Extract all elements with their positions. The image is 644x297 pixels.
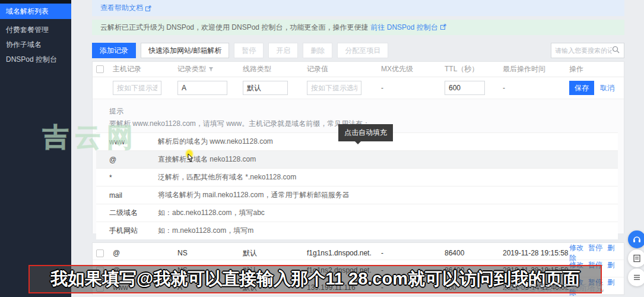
mouse-cursor-icon [186,153,194,166]
mx-value: - [381,84,445,92]
ttl-input[interactable] [445,81,485,95]
col-line: 线路类型 [243,64,307,74]
goto-dnspod-link[interactable]: 前往 DNSPod 控制台 [370,23,437,33]
search-icon[interactable] [612,45,620,56]
notice-text: 云解析已正式升级为 DNSPod，欢迎使用 DNSPod 控制台，功能更全面，操… [100,23,368,33]
enable-button[interactable]: 开启 [268,43,298,58]
sidebar-item-collab-subdomain[interactable]: 协作子域名 [0,37,71,52]
record-search [551,43,624,58]
quick-add-button[interactable]: 快速添加网站/邮箱解析 [141,43,229,58]
host-hints-panel: 提示 要解析 www.neko1128.com，请填写 www。主机记录就是域名… [93,99,624,233]
record-table-card: 主机记录 记录类型 线路类型 记录值 MX优先级 TTL（秒） 最后操作时间 操… [92,61,624,233]
help-banner: 查看帮助文档 [92,0,624,16]
sidebar-item-record-list[interactable]: 域名解析列表 [0,4,71,19]
upgrade-notice-banner: 云解析已正式升级为 DNSPod，欢迎使用 DNSPod 控制台，功能更全面，操… [92,20,624,35]
sidebar: 域名解析列表 付费套餐管理 协作子域名 DNSPod 控制台 [0,0,71,297]
docs-button[interactable] [628,249,644,267]
table-row[interactable]: @ NS 默认 f1g1ns1.dnspod.net. - 86400 2019… [93,243,624,260]
floating-action-buttons [628,230,644,287]
filter-icon[interactable] [208,67,214,72]
dns-console-page: 域名解析列表 付费套餐管理 协作子域名 DNSPod 控制台 查看帮助文档 云解… [0,0,644,297]
hint-row-subdomain[interactable]: 二级域名如：abc.neko1128.com，填写abc [96,204,618,222]
headset-icon [632,235,642,244]
document-icon [633,254,641,263]
record-value-input[interactable] [307,81,361,95]
autofill-tooltip: 点击自动填充 [338,124,393,141]
new-record-edit-row: A 默认 - - 保存取消 [93,77,624,99]
video-subtitle-box: 我如果填写@我就可以直接输入那个11 28.com就可以访问到我的页面 [28,265,602,293]
hint-row-mobile[interactable]: 手机网站如：m.neko1128.com，填写m [96,222,618,239]
col-ops: 操作 [569,64,624,74]
col-time: 最后操作时间 [503,64,569,74]
row-checkbox[interactable] [96,249,104,257]
col-mx: MX优先级 [381,64,445,74]
hint-row-mail[interactable]: mail将域名解析为 mail.neko1128.com，通常用于解析邮箱服务器 [96,186,618,204]
cancel-link[interactable]: 取消 [600,84,614,92]
line-type-select[interactable]: 默认 [243,81,288,95]
pause-link[interactable]: 暂停 [588,244,602,252]
save-button[interactable]: 保存 [569,81,594,95]
edit-link[interactable]: 修改 [569,244,583,252]
help-doc-link[interactable]: 查看帮助文档 [100,3,143,13]
col-value: 记录值 [307,64,381,74]
record-toolbar: 添加记录 快速添加网站/邮箱解析 暂停 开启 删除 分配至项目 [92,43,624,58]
col-ttl: TTL（秒） [445,64,503,74]
col-host: 主机记录 [113,64,177,74]
add-record-button[interactable]: 添加记录 [92,43,136,58]
pause-button[interactable]: 暂停 [234,43,264,58]
hint-row-wildcard[interactable]: *泛解析，匹配其他所有域名 *.neko1128.com [96,168,618,186]
delete-button[interactable]: 删除 [303,43,332,58]
sidebar-item-dnspod-console[interactable]: DNSPod 控制台 [0,52,71,67]
external-link-icon [440,23,446,31]
feedback-list-button[interactable] [628,268,644,286]
customer-service-button[interactable] [628,230,644,248]
record-type-select[interactable]: A [177,81,227,95]
search-input[interactable] [555,47,612,54]
table-header-row: 主机记录 记录类型 线路类型 记录值 MX优先级 TTL（秒） 最后操作时间 操… [93,62,624,77]
list-icon [633,273,641,282]
hints-title: 提示 [96,106,618,116]
time-value: - [503,84,569,92]
assign-project-button[interactable]: 分配至项目 [337,43,388,58]
col-type: 记录类型 [177,64,243,74]
sidebar-item-paid-plans[interactable]: 付费套餐管理 [0,23,71,37]
hint-row-at[interactable]: @直接解析主域名 neko1128.com [96,150,618,168]
external-link-icon [145,3,151,14]
select-all-checkbox[interactable] [96,65,104,73]
video-subtitle-text: 我如果填写@我就可以直接输入那个11 28.com就可以访问到我的页面 [50,267,580,291]
host-input[interactable] [113,81,161,95]
